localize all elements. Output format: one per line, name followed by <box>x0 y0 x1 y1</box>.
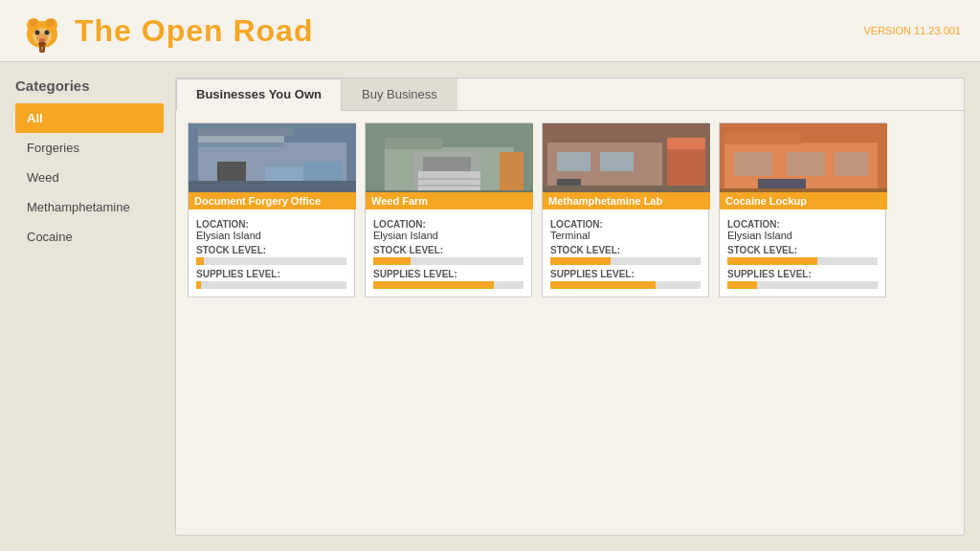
main-content: Categories AllForgeriesWeedMethamphetami… <box>0 62 980 551</box>
supplies-label-weed: SUPPLIES LEVEL: <box>373 269 523 279</box>
stock-label-cocaine: STOCK LEVEL: <box>727 245 878 255</box>
business-name-cocaine: Cocaine Lockup <box>720 192 887 209</box>
location-label-forgery: LOCATION: <box>196 219 346 230</box>
logo-icon: ! <box>19 8 65 54</box>
sidebar-item-forgeries[interactable]: Forgeries <box>15 133 164 163</box>
business-thumbnail-weed: Weed Farm <box>366 123 533 209</box>
business-info-forgery: LOCATION:Elysian IslandSTOCK LEVEL:SUPPL… <box>189 209 354 297</box>
stock-bar-meth <box>550 257 611 265</box>
business-name-forgery: Document Forgery Office <box>189 192 356 209</box>
app-title: The Open Road <box>75 13 313 49</box>
svg-rect-21 <box>198 128 294 136</box>
location-label-cocaine: LOCATION: <box>727 219 878 230</box>
svg-text:!: ! <box>41 46 43 52</box>
sidebar-item-weed[interactable]: Weed <box>15 163 164 192</box>
location-value-weed: Elysian Island <box>373 230 523 241</box>
stock-label-forgery: STOCK LEVEL: <box>196 245 346 255</box>
svg-point-4 <box>47 19 55 27</box>
svg-rect-44 <box>787 152 825 176</box>
supplies-bar-container-meth <box>550 281 701 289</box>
sidebar-item-cocaine[interactable]: Cocaine <box>15 222 164 252</box>
stock-bar-container-meth <box>550 257 701 265</box>
supplies-bar-container-forgery <box>196 281 346 289</box>
business-thumbnail-cocaine: Cocaine Lockup <box>720 123 887 209</box>
sidebar-item-all[interactable]: All <box>15 103 164 133</box>
stock-label-weed: STOCK LEVEL: <box>373 245 523 255</box>
location-value-cocaine: Elysian Island <box>727 230 878 241</box>
sidebar-items: AllForgeriesWeedMethamphetamineCocaine <box>15 103 164 252</box>
svg-rect-35 <box>667 138 705 149</box>
sidebar-title: Categories <box>15 77 164 94</box>
stock-bar-weed <box>373 257 411 265</box>
right-panel: Businesses You OwnBuy Business Document … <box>175 77 965 536</box>
sidebar-item-methamphetamine[interactable]: Methamphetamine <box>15 192 164 222</box>
svg-rect-42 <box>724 133 801 144</box>
svg-rect-24 <box>385 138 442 149</box>
supplies-bar-weed <box>373 281 494 289</box>
supplies-label-cocaine: SUPPLIES LEVEL: <box>727 269 878 279</box>
business-info-weed: LOCATION:Elysian IslandSTOCK LEVEL:SUPPL… <box>366 209 531 297</box>
stock-bar-container-cocaine <box>727 257 878 265</box>
supplies-label-forgery: SUPPLIES LEVEL: <box>196 269 346 279</box>
business-card-weed[interactable]: Weed FarmLOCATION:Elysian IslandSTOCK LE… <box>365 122 532 298</box>
business-info-cocaine: LOCATION:Elysian IslandSTOCK LEVEL:SUPPL… <box>720 209 885 297</box>
business-thumbnail-meth: Methamphetamine Lab <box>543 123 710 209</box>
svg-rect-43 <box>734 152 772 176</box>
svg-point-3 <box>30 19 37 27</box>
svg-rect-36 <box>557 152 590 171</box>
business-name-meth: Methamphetamine Lab <box>543 192 710 209</box>
location-value-meth: Terminal <box>550 230 701 241</box>
stock-bar-forgery <box>196 257 204 265</box>
svg-point-8 <box>45 31 50 35</box>
business-card-forgery[interactable]: Document Forgery OfficeLOCATION:Elysian … <box>188 122 355 298</box>
svg-point-7 <box>35 31 40 35</box>
tabs: Businesses You OwnBuy Business <box>176 78 964 111</box>
location-label-meth: LOCATION: <box>550 219 701 230</box>
stock-bar-container-forgery <box>196 257 346 265</box>
business-thumbnail-forgery: Document Forgery Office <box>189 123 356 209</box>
supplies-bar-cocaine <box>727 281 757 289</box>
business-info-meth: LOCATION:TerminalSTOCK LEVEL:SUPPLIES LE… <box>543 209 708 297</box>
business-card-meth[interactable]: Methamphetamine LabLOCATION:TerminalSTOC… <box>542 122 709 298</box>
supplies-label-meth: SUPPLIES LEVEL: <box>550 269 701 279</box>
stock-label-meth: STOCK LEVEL: <box>550 245 701 255</box>
supplies-bar-container-weed <box>373 281 523 289</box>
supplies-bar-forgery <box>196 281 201 289</box>
location-value-forgery: Elysian Island <box>196 230 346 241</box>
supplies-bar-meth <box>550 281 656 289</box>
supplies-bar-container-cocaine <box>727 281 878 289</box>
tab-businesses-you-own[interactable]: Businesses You Own <box>176 78 342 111</box>
sidebar: Categories AllForgeriesWeedMethamphetami… <box>15 77 164 536</box>
stock-bar-container-weed <box>373 257 523 265</box>
stock-bar-cocaine <box>727 257 817 265</box>
version-label: VERSION 11.23.001 <box>863 25 961 36</box>
location-label-weed: LOCATION: <box>373 219 523 230</box>
svg-point-9 <box>39 38 45 42</box>
business-name-weed: Weed Farm <box>366 192 533 209</box>
tab-buy-business[interactable]: Buy Business <box>342 78 457 110</box>
business-grid: Document Forgery OfficeLOCATION:Elysian … <box>176 111 964 309</box>
business-card-cocaine[interactable]: Cocaine LockupLOCATION:Elysian IslandSTO… <box>719 122 886 298</box>
svg-rect-37 <box>600 152 634 171</box>
header: ! The Open Road VERSION 11.23.001 <box>0 0 980 62</box>
logo-area: ! The Open Road <box>19 8 313 54</box>
svg-rect-45 <box>835 152 868 176</box>
